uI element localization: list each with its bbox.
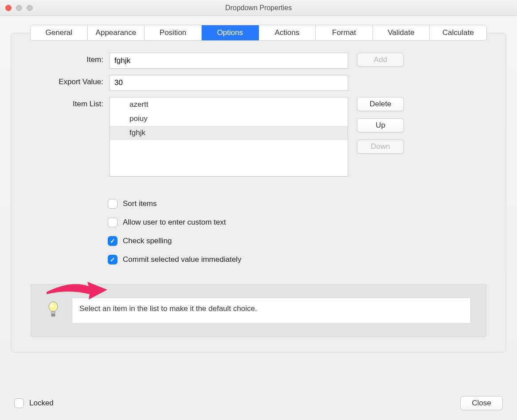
check-commit-immediately[interactable]: Commit selected value immediately — [108, 250, 486, 269]
close-button[interactable]: Close — [460, 396, 503, 410]
sort-items-label: Sort items — [123, 199, 157, 208]
up-button[interactable]: Up — [357, 118, 404, 132]
check-spelling-label: Check spelling — [123, 237, 172, 245]
list-item[interactable]: poiuy — [110, 112, 348, 126]
window-close-button[interactable] — [5, 5, 12, 11]
item-row: Item: Add — [31, 53, 486, 69]
tab-options[interactable]: Options — [202, 25, 259, 40]
titlebar: Dropdown Properties — [0, 0, 517, 16]
locked-row[interactable]: Locked — [14, 398, 54, 408]
traffic-lights — [5, 5, 33, 11]
tab-actions[interactable]: Actions — [259, 25, 316, 40]
window-title: Dropdown Properties — [0, 4, 517, 12]
down-button[interactable]: Down — [357, 140, 404, 154]
item-list-label: Item List: — [31, 97, 110, 109]
commit-immediately-checkbox[interactable] — [108, 255, 118, 264]
sort-items-checkbox[interactable] — [108, 199, 118, 209]
allow-custom-label: Allow user to enter custom text — [123, 218, 226, 227]
hint-text: Select an item in the list to make it th… — [72, 298, 471, 323]
tabstrip: GeneralAppearancePositionOptionsActionsF… — [30, 25, 487, 41]
tab-format[interactable]: Format — [316, 25, 373, 40]
check-spelling[interactable]: Check spelling — [108, 232, 486, 250]
checkbox-group: Sort items Allow user to enter custom te… — [108, 194, 486, 269]
item-list-row: Item List: azerttpoiuyfghjk Delete Up Do… — [31, 97, 486, 177]
locked-label: Locked — [29, 399, 54, 408]
lightbulb-icon — [46, 301, 62, 320]
check-spelling-checkbox[interactable] — [108, 236, 118, 246]
export-value-label: Export Value: — [31, 75, 110, 86]
check-allow-custom[interactable]: Allow user to enter custom text — [108, 213, 486, 232]
check-sort-items[interactable]: Sort items — [108, 194, 486, 213]
tab-calculate[interactable]: Calculate — [430, 25, 486, 40]
tab-general[interactable]: General — [31, 25, 88, 40]
list-item[interactable]: fghjk — [110, 126, 348, 140]
options-panel: Item: Add Export Value: Item List: azert… — [11, 33, 506, 353]
svg-rect-2 — [51, 311, 55, 314]
locked-checkbox[interactable] — [14, 398, 24, 408]
svg-rect-3 — [51, 314, 55, 316]
item-listbox[interactable]: azerttpoiuyfghjk — [110, 97, 348, 177]
delete-button[interactable]: Delete — [357, 97, 404, 111]
tab-position[interactable]: Position — [145, 25, 202, 40]
item-input[interactable] — [110, 53, 348, 69]
tab-validate[interactable]: Validate — [373, 25, 430, 40]
export-row: Export Value: — [31, 75, 486, 91]
list-item[interactable]: azertt — [110, 97, 348, 112]
tab-appearance[interactable]: Appearance — [88, 25, 145, 40]
window-zoom-button[interactable] — [27, 5, 33, 11]
footer: Locked Close — [0, 392, 517, 420]
svg-point-1 — [51, 303, 54, 307]
dialog-window: Dropdown Properties GeneralAppearancePos… — [0, 0, 517, 420]
window-minimize-button[interactable] — [16, 5, 22, 11]
add-button[interactable]: Add — [357, 53, 404, 67]
allow-custom-checkbox[interactable] — [108, 218, 118, 227]
export-value-input[interactable] — [110, 75, 348, 91]
item-label: Item: — [31, 53, 110, 64]
commit-immediately-label: Commit selected value immediately — [123, 255, 241, 264]
content-area: GeneralAppearancePositionOptionsActionsF… — [0, 16, 517, 392]
hint-box: Select an item in the list to make it th… — [31, 284, 486, 337]
